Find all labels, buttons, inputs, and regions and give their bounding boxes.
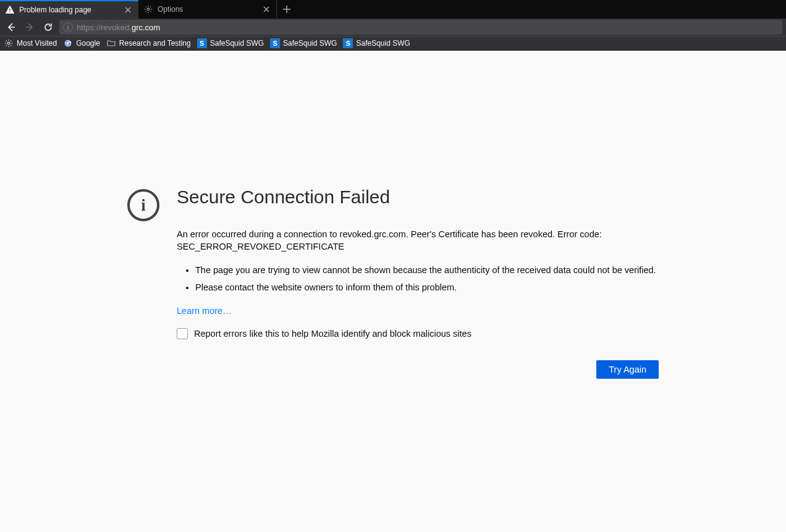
try-again-button[interactable]: Try Again (596, 360, 659, 379)
tab-options[interactable]: Options (138, 0, 277, 19)
button-row: Try Again (177, 360, 659, 379)
bookmark-label: Most Visited (17, 39, 57, 48)
svg-line-6 (146, 7, 146, 7)
learn-more-link[interactable]: Learn more… (177, 306, 232, 316)
error-bullet: The page you are trying to view cannot b… (195, 264, 659, 276)
gear-icon (143, 4, 153, 14)
svg-line-17 (6, 45, 7, 46)
folder-icon (106, 38, 116, 48)
bookmark-label: Research and Testing (119, 39, 191, 48)
error-body: Secure Connection Failed An error occurr… (177, 187, 659, 379)
error-container: i Secure Connection Failed An error occu… (127, 187, 659, 532)
new-tab-button[interactable] (277, 0, 297, 19)
svg-line-7 (150, 11, 151, 12)
back-button[interactable] (4, 20, 19, 35)
bookmark-safesquid-3[interactable]: S SafeSquid SWG (343, 38, 410, 48)
google-icon (63, 38, 73, 48)
bookmark-research[interactable]: Research and Testing (106, 38, 191, 48)
safesquid-icon: S (197, 38, 207, 48)
error-description: An error occurred during a connection to… (177, 229, 659, 253)
bookmark-label: SafeSquid SWG (210, 39, 264, 48)
site-identity-icon[interactable]: i (63, 22, 73, 32)
bookmark-most-visited[interactable]: Most Visited (4, 38, 57, 48)
report-errors-row: Report errors like this to help Mozilla … (177, 328, 659, 339)
tab-strip: Problem loading page Options (0, 0, 786, 19)
bookmark-safesquid-2[interactable]: S SafeSquid SWG (270, 38, 337, 48)
nav-toolbar: i https://revoked.grc.com (0, 19, 786, 36)
close-icon[interactable] (123, 5, 133, 15)
svg-line-16 (11, 45, 11, 46)
error-bullet-list: The page you are trying to view cannot b… (195, 264, 659, 294)
bookmark-label: Google (76, 39, 100, 48)
tab-label: Problem loading page (19, 6, 123, 14)
safesquid-icon: S (270, 38, 280, 48)
tab-problem-loading[interactable]: Problem loading page (0, 0, 138, 19)
svg-line-15 (6, 41, 7, 41)
svg-point-10 (7, 42, 10, 44)
forward-button[interactable] (22, 20, 37, 35)
report-errors-checkbox[interactable] (177, 328, 188, 339)
url-bar[interactable]: i https://revoked.grc.com (59, 20, 782, 35)
error-bullet: Please contact the website owners to inf… (195, 281, 659, 293)
url-text: https://revoked.grc.com (77, 23, 160, 32)
info-icon: i (127, 189, 159, 221)
error-title: Secure Connection Failed (177, 187, 659, 208)
page-content: i Secure Connection Failed An error occu… (0, 51, 786, 532)
reload-button[interactable] (41, 20, 56, 35)
warning-icon (5, 5, 15, 15)
svg-line-9 (150, 7, 151, 7)
bookmark-label: SafeSquid SWG (283, 39, 337, 48)
bookmark-safesquid-1[interactable]: S SafeSquid SWG (197, 38, 264, 48)
svg-point-1 (147, 8, 150, 11)
svg-line-8 (146, 11, 146, 12)
report-errors-label: Report errors like this to help Mozilla … (194, 329, 471, 339)
safesquid-icon: S (343, 38, 353, 48)
bookmark-label: SafeSquid SWG (356, 39, 410, 48)
bookmark-google[interactable]: Google (63, 38, 100, 48)
svg-line-18 (11, 41, 11, 41)
svg-point-0 (9, 11, 11, 12)
tab-label: Options (158, 5, 261, 14)
gear-icon (4, 38, 14, 48)
close-icon[interactable] (261, 4, 271, 14)
bookmarks-bar: Most Visited Google Research and Testing… (0, 36, 786, 51)
